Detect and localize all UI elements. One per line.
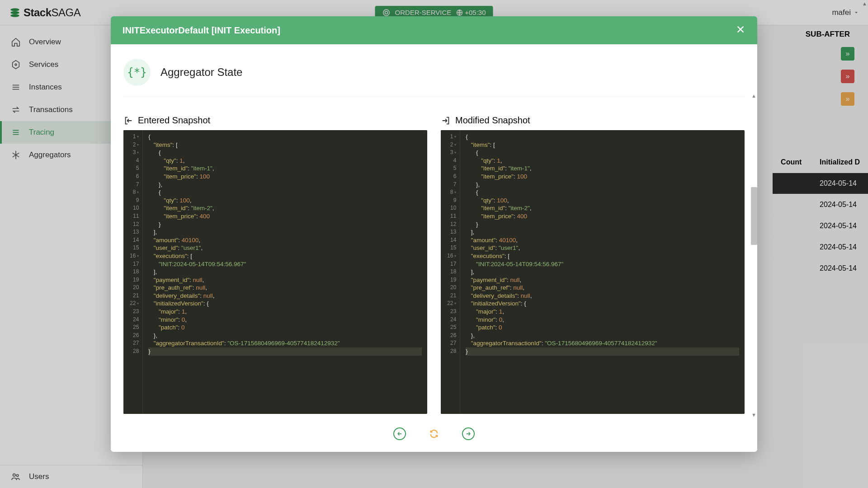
- aggregator-icon: {*}: [123, 59, 151, 86]
- enter-icon: [123, 116, 133, 126]
- modal-body: ▲ {*} Aggregator State Entered Snapshot …: [111, 44, 757, 418]
- scrollbar-down-icon[interactable]: ▼: [751, 412, 756, 418]
- entered-title: Entered Snapshot: [123, 115, 427, 126]
- close-icon: [736, 24, 745, 34]
- exit-icon: [441, 116, 451, 126]
- modified-code[interactable]: 1234567891011121314151617181920212223242…: [441, 130, 745, 414]
- refresh-button[interactable]: [428, 427, 440, 440]
- snapshots: Entered Snapshot 12345678910111213141516…: [123, 115, 745, 414]
- scrollbar-thumb[interactable]: [751, 187, 757, 245]
- arrow-left-icon: [396, 431, 403, 437]
- arrow-right-icon: [465, 431, 472, 437]
- modal-title: INITExecutorDefault [INIT Execution]: [123, 25, 280, 36]
- modified-title: Modified Snapshot: [441, 115, 745, 126]
- section-head: {*} Aggregator State: [123, 53, 745, 97]
- prev-button[interactable]: [393, 427, 406, 440]
- scrollbar-up-icon[interactable]: ▲: [751, 93, 756, 99]
- close-button[interactable]: [736, 24, 745, 36]
- modal: INITExecutorDefault [INIT Execution] ▲ {…: [111, 16, 757, 452]
- next-button[interactable]: [462, 427, 475, 440]
- modal-footer: [111, 418, 757, 452]
- section-title: Aggregator State: [160, 66, 242, 79]
- modal-overlay: INITExecutorDefault [INIT Execution] ▲ {…: [0, 0, 868, 488]
- refresh-icon: [429, 429, 439, 439]
- entered-snapshot: Entered Snapshot 12345678910111213141516…: [123, 115, 427, 414]
- modified-snapshot: Modified Snapshot 1234567891011121314151…: [441, 115, 745, 414]
- entered-code[interactable]: 1234567891011121314151617181920212223242…: [123, 130, 427, 414]
- modal-header: INITExecutorDefault [INIT Execution]: [111, 16, 757, 44]
